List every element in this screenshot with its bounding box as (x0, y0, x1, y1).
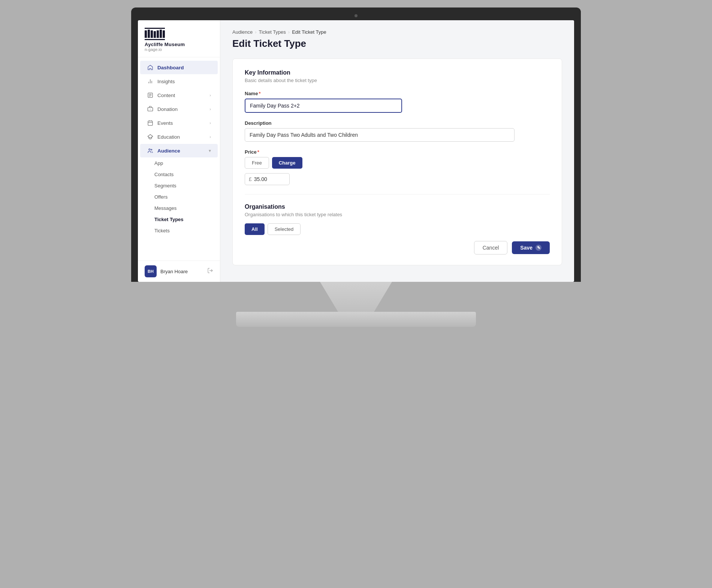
charge-button[interactable]: Charge (272, 157, 302, 169)
breadcrumb: Audience › Ticket Types › Edit Ticket Ty… (232, 29, 562, 35)
breadcrumb-current: Edit Ticket Type (292, 29, 326, 35)
sidebar-item-dashboard[interactable]: Dashboard (140, 61, 218, 74)
user-name: Bryan Hoare (160, 269, 203, 274)
sidebar-item-audience[interactable]: Audience ▾ (140, 144, 218, 157)
sidebar-item-content[interactable]: Content › (140, 88, 218, 102)
main-content: Audience › Ticket Types › Edit Ticket Ty… (220, 20, 574, 282)
key-info-title: Key Information (245, 69, 550, 76)
name-label: Name* (245, 91, 550, 96)
name-group: Name* (245, 91, 550, 113)
save-icon: ✎ (535, 245, 541, 251)
sidebar-item-tickets[interactable]: Tickets (154, 225, 218, 236)
audience-icon (147, 147, 154, 154)
logo-base-bar (145, 39, 165, 40)
pillar-2 (148, 30, 150, 38)
price-label: Price* (245, 149, 550, 155)
donation-icon (147, 106, 154, 112)
main-card: Key Information Basic details about the … (232, 58, 562, 265)
sidebar-item-ticket-types[interactable]: Ticket Types (154, 214, 218, 225)
org-selected-button[interactable]: Selected (268, 223, 301, 235)
org-toggle-buttons: All Selected (245, 223, 550, 235)
sidebar: Aycliffe Museum n-gage.io Dashboard Insi… (138, 20, 220, 282)
section-divider (245, 194, 550, 195)
pillar-5 (157, 30, 159, 38)
pillar-3 (151, 30, 153, 38)
org-url: n-gage.io (145, 47, 213, 52)
education-arrow: › (209, 135, 211, 139)
free-button[interactable]: Free (245, 157, 269, 169)
name-input[interactable] (245, 99, 402, 113)
org-title: Organisations (245, 203, 550, 210)
content-arrow: › (209, 93, 211, 97)
svg-rect-2 (148, 121, 153, 126)
home-icon (147, 64, 154, 71)
breadcrumb-audience[interactable]: Audience (232, 29, 253, 35)
form-footer: Cancel Save ✎ (245, 235, 550, 254)
audience-arrow: ▾ (209, 148, 211, 153)
sidebar-item-label-events: Events (157, 120, 173, 126)
description-label: Description (245, 120, 550, 126)
price-toggle-buttons: Free Charge (245, 157, 550, 169)
breadcrumb-ticket-types[interactable]: Ticket Types (259, 29, 286, 35)
sidebar-item-events[interactable]: Events › (140, 116, 218, 130)
sidebar-item-insights[interactable]: Insights (140, 75, 218, 88)
org-name: Aycliffe Museum (145, 42, 213, 47)
key-info-desc: Basic details about the ticket type (245, 78, 550, 83)
monitor-stand-base (236, 312, 476, 327)
description-input[interactable] (245, 128, 515, 142)
pillar-7 (163, 30, 165, 38)
breadcrumb-sep-1: › (255, 29, 256, 35)
camera-dot (355, 14, 357, 17)
price-group: Price* Free Charge £ (245, 149, 550, 185)
sidebar-item-label-insights: Insights (157, 79, 175, 84)
monitor-screen: Aycliffe Museum n-gage.io Dashboard Insi… (138, 20, 574, 282)
sidebar-item-segments[interactable]: Segments (154, 180, 218, 191)
svg-point-3 (149, 149, 150, 150)
sidebar-item-offers[interactable]: Offers (154, 192, 218, 202)
currency-icon: £ (249, 176, 252, 182)
pillar-1 (145, 30, 147, 38)
logout-icon[interactable] (207, 268, 213, 275)
sidebar-footer: BH Bryan Hoare (138, 260, 220, 282)
pillar-4 (154, 31, 156, 38)
sidebar-item-education[interactable]: Education › (140, 130, 218, 144)
logo-icon (145, 28, 213, 40)
sidebar-nav: Dashboard Insights Content › (138, 57, 220, 260)
pillar-6 (160, 30, 162, 38)
sidebar-item-label-dashboard: Dashboard (157, 65, 184, 70)
education-icon (147, 133, 154, 140)
logo-pillars (145, 30, 165, 38)
avatar: BH (145, 265, 157, 277)
logo-top-bar (145, 28, 165, 29)
description-group: Description (245, 120, 550, 142)
events-icon (147, 120, 154, 126)
sidebar-item-contacts[interactable]: Contacts (154, 169, 218, 180)
sidebar-item-messages[interactable]: Messages (154, 203, 218, 214)
sidebar-item-app[interactable]: App (154, 158, 218, 169)
sidebar-logo: Aycliffe Museum n-gage.io (138, 20, 220, 57)
events-arrow: › (209, 121, 211, 125)
chart-icon (147, 78, 154, 85)
save-button[interactable]: Save ✎ (512, 241, 550, 254)
audience-sub-nav: App Contacts Segments Offers Messages Ti… (138, 158, 220, 236)
monitor-stand-neck (296, 282, 416, 312)
donation-arrow: › (209, 107, 211, 111)
page-title: Edit Ticket Type (232, 38, 562, 49)
sidebar-item-label-education: Education (157, 134, 180, 140)
org-all-button[interactable]: All (245, 223, 265, 235)
cancel-button[interactable]: Cancel (474, 241, 508, 254)
price-input-wrapper: £ (245, 173, 290, 185)
sidebar-item-label-audience: Audience (157, 148, 180, 154)
content-icon (147, 92, 154, 99)
sidebar-item-label-content: Content (157, 93, 175, 98)
org-desc: Organisations to which this ticket type … (245, 212, 550, 217)
sidebar-item-label-donation: Donation (157, 106, 178, 112)
sidebar-item-donation[interactable]: Donation › (140, 102, 218, 116)
price-input[interactable] (254, 176, 277, 182)
svg-point-4 (151, 149, 152, 150)
breadcrumb-sep-2: › (288, 29, 290, 35)
monitor-frame: Aycliffe Museum n-gage.io Dashboard Insi… (131, 7, 581, 282)
save-label: Save (520, 245, 533, 251)
